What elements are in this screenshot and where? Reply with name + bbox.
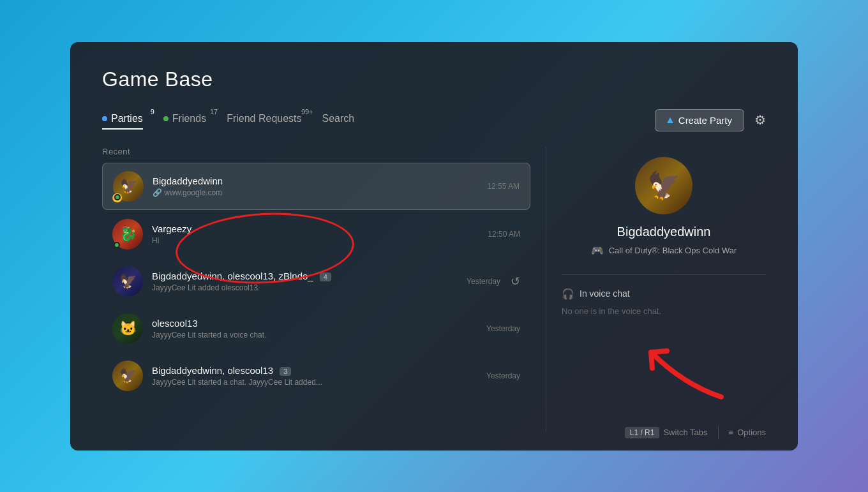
divider bbox=[718, 426, 719, 439]
refresh-icon: ↺ bbox=[511, 274, 520, 288]
main-panel: Game Base Parties 9 Friends 17 Friend Re… bbox=[70, 42, 798, 451]
group-badge: 3 bbox=[280, 367, 291, 376]
avatar: 🦅 bbox=[112, 361, 143, 391]
filter-icon[interactable]: ⚙ bbox=[754, 112, 766, 128]
list-item[interactable]: 🦅 Bigdaddyedwinn, olescool13 3 JayyyCee … bbox=[102, 353, 530, 399]
time-refresh: Yesterday ↺ bbox=[460, 274, 520, 288]
section-label: Recent bbox=[102, 147, 530, 156]
tab-search[interactable]: Search bbox=[322, 113, 355, 127]
tab-parties-label: Parties bbox=[111, 113, 143, 124]
tab-search-label: Search bbox=[322, 113, 355, 124]
voice-empty-text: No one is in the voice chat. bbox=[562, 306, 766, 316]
avatar-img: 🐱 bbox=[112, 313, 143, 344]
triangle-icon bbox=[667, 117, 673, 123]
avatar: 🐱 bbox=[112, 313, 143, 344]
list-item[interactable]: 🦅 😊 Bigdaddyedwinn 🔗 www.google.com 12:5… bbox=[102, 163, 530, 210]
parties-badge: 9 bbox=[151, 108, 154, 116]
avatar-wrapper: 🐉 bbox=[112, 219, 143, 250]
avatar-wrapper: 🦅 bbox=[112, 266, 143, 297]
voice-icon: 🎧 bbox=[562, 288, 574, 300]
switch-tabs-label: Switch Tabs bbox=[663, 428, 707, 437]
chat-sub: JayyyCee Lit started a chat. JayyyCee Li… bbox=[152, 378, 480, 387]
chat-info: Vargeezy Hi bbox=[152, 223, 481, 245]
detail-panel: 🦅 Bigdaddyedwinn 🎮 Call of Duty®: Black … bbox=[562, 147, 766, 431]
chat-time: 12:55 AM bbox=[487, 182, 520, 191]
detail-game: 🎮 Call of Duty®: Black Ops Cold War bbox=[591, 244, 737, 257]
list-panel: Recent 🦅 😊 Bigdaddyedwinn 🔗 www.google.c… bbox=[102, 147, 530, 431]
game-name: Call of Duty®: Black Ops Cold War bbox=[609, 246, 737, 255]
detail-name: Bigdaddyedwinn bbox=[617, 225, 711, 239]
list-item[interactable]: 🐱 olescool13 JayyyCee Lit started a voic… bbox=[102, 306, 530, 352]
list-item[interactable]: 🦅 Bigdaddyedwinn, olescool13, zBlndo_ 4 … bbox=[102, 258, 530, 304]
chat-info: Bigdaddyedwinn, olescool13 3 JayyyCee Li… bbox=[152, 365, 480, 387]
voice-label: In voice chat bbox=[580, 288, 630, 299]
friends-dot bbox=[163, 116, 168, 121]
chat-name: olescool13 bbox=[152, 318, 480, 329]
chat-name: Bigdaddyedwinn, olescool13 3 bbox=[152, 365, 480, 376]
content-area: Recent 🦅 😊 Bigdaddyedwinn 🔗 www.google.c… bbox=[102, 147, 766, 431]
chat-name: Vargeezy bbox=[152, 223, 481, 234]
list-item[interactable]: 🐉 Vargeezy Hi 12:50 AM bbox=[102, 211, 530, 257]
chat-time: Yesterday bbox=[467, 277, 500, 286]
status-dot bbox=[114, 194, 121, 200]
parties-dot bbox=[102, 116, 107, 121]
chat-sub: Hi bbox=[152, 236, 481, 245]
vertical-divider bbox=[546, 147, 546, 431]
status-dot bbox=[114, 242, 120, 248]
avatar-wrapper: 🐱 bbox=[112, 313, 143, 344]
l1r1-key: L1 / R1 bbox=[625, 427, 660, 438]
chat-sub: JayyyCee Lit added olescool13. bbox=[152, 283, 460, 292]
group-badge: 4 bbox=[320, 272, 331, 281]
voice-header: 🎧 In voice chat bbox=[562, 288, 766, 300]
avatar-img: 🦅 bbox=[112, 361, 143, 391]
page-title: Game Base bbox=[102, 68, 766, 91]
chat-time: 12:50 AM bbox=[488, 230, 520, 239]
chat-info: Bigdaddyedwinn, olescool13, zBlndo_ 4 Ja… bbox=[152, 271, 460, 292]
create-party-button[interactable]: Create Party bbox=[655, 109, 744, 131]
tab-friends[interactable]: Friends 17 bbox=[163, 113, 206, 127]
actions-container: Create Party ⚙ bbox=[655, 109, 766, 131]
detail-avatar: 🦅 bbox=[635, 157, 692, 214]
chat-name: Bigdaddyedwinn bbox=[153, 175, 481, 186]
link-icon: 🔗 bbox=[153, 188, 162, 197]
chat-info: olescool13 JayyyCee Lit started a voice … bbox=[152, 318, 480, 339]
chat-name: Bigdaddyedwinn, olescool13, zBlndo_ 4 bbox=[152, 271, 460, 281]
chat-time: Yesterday bbox=[486, 371, 520, 380]
avatar-wrapper: 🦅 😊 bbox=[113, 171, 144, 202]
tabs-and-actions: Parties 9 Friends 17 Friend Requests 99+… bbox=[102, 109, 766, 131]
avatar-wrapper: 🦅 bbox=[112, 361, 143, 391]
tab-friend-requests[interactable]: Friend Requests 99+ bbox=[227, 113, 301, 127]
tab-friends-label: Friends bbox=[172, 113, 206, 124]
create-party-label: Create Party bbox=[678, 115, 732, 126]
tab-friend-requests-label: Friend Requests bbox=[227, 113, 301, 124]
tab-parties[interactable]: Parties 9 bbox=[102, 113, 143, 127]
tabs-container: Parties 9 Friends 17 Friend Requests 99+… bbox=[102, 113, 354, 127]
friends-badge: 17 bbox=[210, 108, 218, 116]
options-label: Options bbox=[737, 428, 766, 437]
avatar: 🦅 bbox=[112, 266, 143, 297]
game-icon: 🎮 bbox=[591, 244, 604, 257]
chat-sub: JayyyCee Lit started a voice chat. bbox=[152, 331, 480, 339]
chat-time: Yesterday bbox=[486, 324, 520, 333]
options-icon: ≡ bbox=[729, 428, 734, 437]
avatar-img: 🦅 bbox=[112, 266, 143, 297]
bottom-bar: L1 / R1 Switch Tabs ≡ Options bbox=[625, 426, 766, 439]
chat-info: Bigdaddyedwinn 🔗 www.google.com bbox=[153, 175, 481, 197]
chat-sub: 🔗 www.google.com bbox=[153, 188, 481, 197]
friend-requests-badge: 99+ bbox=[301, 108, 313, 116]
options-hint: ≡ Options bbox=[729, 428, 766, 437]
switch-tabs-hint: L1 / R1 Switch Tabs bbox=[625, 427, 708, 438]
voice-section: 🎧 In voice chat No one is in the voice c… bbox=[562, 274, 766, 316]
